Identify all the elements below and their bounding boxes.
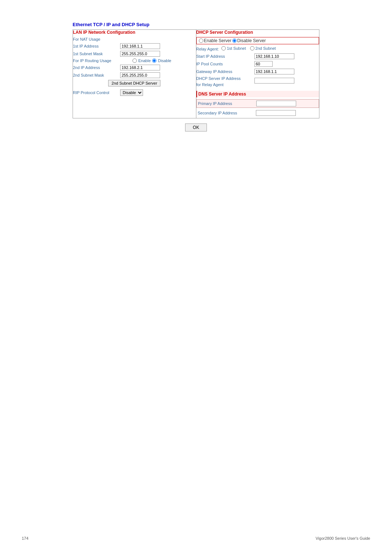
enable-disable-group: Enable Server Disable Server (196, 37, 319, 44)
dhcp-config-header: DHCP Server Configuration (196, 30, 319, 35)
gateway-label: Gateway IP Address (196, 69, 254, 74)
ip-pool-row: IP Pool Counts (196, 61, 319, 67)
dhcp-server-ip-label: DHCP Server IP Address (196, 76, 254, 81)
relay-2nd-radio[interactable] (250, 46, 254, 50)
routing-enable-label: Enable (138, 58, 151, 63)
second-ip-label: 2nd IP Address (73, 65, 120, 70)
left-panel: LAN IP Network Configuration For NAT Usa… (73, 30, 196, 118)
second-subnet-label: 2nd Subnet Mask (73, 73, 120, 77)
first-subnet-row: 1st Subnet Mask (73, 51, 196, 57)
footer-page-number: 174 (22, 536, 28, 540)
disable-server-label: Disable Server (237, 38, 266, 43)
routing-label: For IP Routing Usage (73, 58, 131, 63)
main-config-table: LAN IP Network Configuration For NAT Usa… (73, 29, 319, 118)
secondary-ip-input[interactable] (256, 110, 296, 116)
primary-ip-row: Primary IP Address (196, 99, 319, 108)
routing-row: For IP Routing Usage Enable Disable (73, 58, 196, 63)
ip-pool-label: IP Pool Counts (196, 62, 254, 66)
dns-section-header: DNS Server IP Address (196, 91, 319, 97)
rip-row: RIP Protocol Control Disable Enable (73, 89, 196, 96)
gateway-input[interactable] (254, 69, 294, 74)
first-ip-label: 1st IP Address (73, 44, 120, 48)
ip-pool-input[interactable] (254, 61, 273, 67)
second-ip-input[interactable] (120, 65, 160, 70)
ok-button[interactable]: OK (185, 123, 207, 131)
dhcp-server-ip-row: DHCP Server IP Address for Relay Agent (196, 76, 319, 89)
for-nat-label: For NAT Usage (73, 37, 196, 41)
primary-ip-label: Primary IP Address (198, 101, 256, 106)
first-ip-row: 1st IP Address (73, 43, 196, 49)
routing-disable-label: Disable (158, 58, 171, 63)
footer-guide-title: Vigor2800 Series User's Guide (316, 536, 370, 540)
start-ip-row: Start IP Address (196, 53, 319, 59)
relay-1st-radio[interactable] (221, 46, 226, 50)
first-subnet-label: 1st Subnet Mask (73, 52, 120, 56)
relay-row: Relay Agent: 1st Subnet 2nd Subnet (196, 46, 319, 51)
first-subnet-input[interactable] (120, 51, 160, 57)
enable-server-radio[interactable] (199, 39, 203, 43)
second-subnet-row: 2nd Subnet Mask (73, 72, 196, 78)
first-ip-input[interactable] (120, 43, 160, 49)
subnet-dhcp-button[interactable]: 2nd Subnet DHCP Server (108, 80, 160, 86)
relay-label: Relay Agent: (196, 47, 219, 51)
second-subnet-input[interactable] (120, 72, 160, 78)
dhcp-server-ip-input[interactable] (254, 78, 294, 84)
relay-1st-label: 1st Subnet (227, 46, 246, 50)
routing-disable-radio[interactable] (152, 58, 156, 63)
start-ip-label: Start IP Address (196, 54, 254, 58)
right-panel: DHCP Server Configuration Enable Server … (196, 30, 319, 118)
rip-label: RIP Protocol Control (73, 90, 120, 95)
enable-server-label: Enable Server (204, 38, 232, 43)
second-ip-row: 2nd IP Address (73, 65, 196, 70)
routing-enable-radio[interactable] (132, 58, 137, 63)
page-footer: 174 Vigor2800 Series User's Guide (0, 536, 392, 540)
lan-config-header: LAN IP Network Configuration (73, 30, 196, 35)
start-ip-input[interactable] (254, 53, 294, 59)
disable-server-radio[interactable] (232, 39, 237, 43)
relay-2nd-label: 2nd Subnet (256, 46, 276, 50)
dhcp-relay-sub: for Relay Agent (196, 82, 254, 87)
secondary-ip-row: Secondary IP Address (196, 109, 319, 117)
section-title: Ethernet TCP / IP and DHCP Setup (73, 22, 319, 27)
secondary-ip-label: Secondary IP Address (198, 111, 256, 115)
button-row: OK (73, 123, 319, 131)
rip-select[interactable]: Disable Enable (120, 89, 143, 96)
primary-ip-input[interactable] (256, 101, 296, 106)
gateway-row: Gateway IP Address (196, 69, 319, 74)
